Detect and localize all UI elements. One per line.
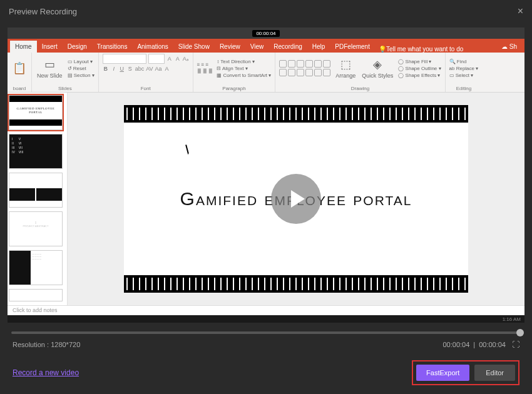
text-direction[interactable]: ↕ Text Direction ▾ xyxy=(217,59,271,64)
time-total: 00:00:04 xyxy=(479,341,506,348)
tab-recording[interactable]: Recording xyxy=(269,41,307,53)
taskbar: 1:16 AM xyxy=(8,315,524,323)
slide-thumbnails: GAMIFIED EMPLOYEE PORTAL IIIIIIIVVVIVIIV… xyxy=(8,93,68,305)
group-label: Paragraph xyxy=(197,85,272,92)
group-clipboard: 📋 board xyxy=(8,53,32,92)
thumb-5[interactable]: — — — —— — — —— — — — xyxy=(9,250,63,285)
fastexport-button[interactable]: FastExport xyxy=(416,365,469,381)
section-button[interactable]: ▤ Section ▾ xyxy=(68,73,95,78)
thumb-4[interactable]: IPROJECT ABSTRACT xyxy=(9,211,63,246)
tab-review[interactable]: Review xyxy=(215,41,245,53)
tab-design[interactable]: Design xyxy=(63,41,92,53)
editor-button[interactable]: Editor xyxy=(474,365,515,381)
group-font: AAAₐ B I U S abc AV Aa A Font xyxy=(99,53,193,92)
group-editing: 🔍 Find ab Replace ▾ ▭ Select ▾ Editing xyxy=(446,53,483,92)
shape-outline[interactable]: ◯ Shape Outline ▾ xyxy=(398,66,441,71)
shape-gallery[interactable] xyxy=(279,60,330,76)
group-label: Editing xyxy=(449,85,479,92)
ribbon-tabs: Home Insert Design Transitions Animation… xyxy=(8,39,524,53)
strike-button[interactable]: S xyxy=(127,66,133,72)
timecode: 00:00:04 xyxy=(252,30,279,37)
shape-fill[interactable]: ◯ Shape Fill ▾ xyxy=(398,59,441,64)
tab-animations[interactable]: Animations xyxy=(132,41,173,53)
quickstyles-icon: ◈ xyxy=(373,58,382,71)
group-label: Drawing xyxy=(279,85,441,92)
paste-button[interactable]: 📋 xyxy=(11,60,28,76)
thumb-1[interactable]: GAMIFIED EMPLOYEE PORTAL xyxy=(9,95,63,130)
player-controls: 00:00:04 xyxy=(8,28,524,39)
smartart[interactable]: ▦ Convert to SmartArt ▾ xyxy=(217,73,271,78)
tab-pdfelement[interactable]: PDFelement xyxy=(330,41,375,53)
bold-button[interactable]: B xyxy=(103,66,109,72)
clock: 1:16 AM xyxy=(503,316,521,322)
shape-effects[interactable]: ◯ Shape Effects ▾ xyxy=(398,73,441,78)
group-drawing: ⬚Arrange ◈Quick Styles ◯ Shape Fill ▾ ◯ … xyxy=(275,53,445,92)
ribbon: 📋 board ▭New Slide ▭ Layout ▾ ↺ Reset ▤ … xyxy=(8,53,524,93)
tab-insert[interactable]: Insert xyxy=(37,41,63,53)
slide-canvas: Gamified employee portal xyxy=(68,93,524,305)
tab-transitions[interactable]: Transitions xyxy=(92,41,133,53)
spacing-button[interactable]: AV xyxy=(146,66,153,72)
new-slide-icon: ▭ xyxy=(44,58,55,71)
share-button[interactable]: ☁ Sh xyxy=(496,41,522,53)
notes-pane[interactable]: Click to add notes xyxy=(8,305,524,315)
tab-slideshow[interactable]: Slide Show xyxy=(173,41,215,53)
replace-button[interactable]: ab Replace ▾ xyxy=(449,66,479,71)
share-label: Sh xyxy=(509,43,517,50)
recording-preview: 00:00:04 Home Insert Design Transitions … xyxy=(8,28,524,315)
underline-button[interactable]: U xyxy=(119,66,125,72)
case-button[interactable]: Aa xyxy=(155,66,162,72)
arrange-button[interactable]: ⬚Arrange xyxy=(334,56,357,80)
group-label: Slides xyxy=(36,85,95,92)
resolution-label: Resolution : 1280*720 xyxy=(13,341,80,348)
select-button[interactable]: ▭ Select ▾ xyxy=(449,73,479,78)
font-size-input[interactable] xyxy=(148,54,165,64)
tab-help[interactable]: Help xyxy=(307,41,330,53)
window-title: Preview Recording xyxy=(9,7,77,16)
color-button[interactable]: A xyxy=(164,66,170,72)
arrange-icon: ⬚ xyxy=(340,58,351,71)
layout-button[interactable]: ▭ Layout ▾ xyxy=(68,59,95,64)
align-text[interactable]: ⊟ Align Text ▾ xyxy=(217,66,271,71)
tellme[interactable]: 💡 Tell me what you want to do xyxy=(379,46,463,53)
record-new-link[interactable]: Record a new video xyxy=(13,368,79,377)
tellme-label: Tell me what you want to do xyxy=(386,46,463,53)
thumb-2[interactable]: IIIIIIIVVVIVIIVIII xyxy=(9,134,63,169)
tab-home[interactable]: Home xyxy=(10,41,37,53)
thumb-6[interactable] xyxy=(9,289,63,301)
new-slide-label: New Slide xyxy=(37,73,63,79)
thumb-3[interactable] xyxy=(9,173,63,208)
group-slides: ▭New Slide ▭ Layout ▾ ↺ Reset ▤ Section … xyxy=(32,53,99,92)
font-family-input[interactable] xyxy=(103,54,146,64)
quickstyles-button[interactable]: ◈Quick Styles xyxy=(361,56,394,80)
border-bottom xyxy=(124,275,468,293)
time-current: 00:00:04 xyxy=(442,341,469,348)
scrub-bar[interactable] xyxy=(11,331,521,334)
clear-button[interactable]: abc xyxy=(135,66,145,72)
find-button[interactable]: 🔍 Find xyxy=(449,59,479,64)
new-slide-button[interactable]: ▭New Slide xyxy=(36,56,64,80)
group-label: Font xyxy=(103,85,189,92)
paste-icon: 📋 xyxy=(13,61,26,75)
group-paragraph: ≡ ≡ ≡≣ ≣ ≣ ↕ Text Direction ▾ ⊟ Align Te… xyxy=(193,53,276,92)
fullscreen-icon[interactable]: ⛶ xyxy=(512,340,519,349)
reset-button[interactable]: ↺ Reset xyxy=(68,66,95,71)
group-label: board xyxy=(11,85,28,92)
italic-button[interactable]: I xyxy=(111,66,117,72)
close-icon[interactable]: × xyxy=(518,6,523,17)
tab-view[interactable]: View xyxy=(245,41,269,53)
play-icon[interactable] xyxy=(271,174,321,224)
export-buttons: FastExport Editor xyxy=(412,360,519,385)
